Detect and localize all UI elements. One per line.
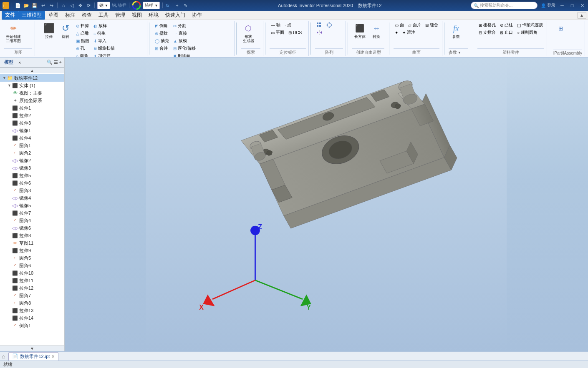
redo-icon[interactable]: ↪: [48, 2, 55, 9]
btn-box[interactable]: ⬛ 长方体: [352, 22, 367, 40]
btn-mirror-array[interactable]: [315, 29, 323, 36]
btn-fillet-create[interactable]: ○ 圆角: [75, 53, 91, 58]
app-logo-icon[interactable]: I: [3, 2, 9, 9]
btn-combine[interactable]: ⊞ 合并: [154, 45, 170, 52]
tree-item[interactable]: ⬛拉伸5: [0, 172, 64, 179]
btn-sculpt[interactable]: ✦: [394, 29, 399, 36]
edit-param-icon[interactable]: ✎: [182, 2, 189, 9]
btn-point[interactable]: · 点: [283, 22, 293, 28]
btn-coil-sweep[interactable]: ≋ 螺旋扫描: [92, 45, 116, 52]
tree-item[interactable]: ◜倒角1: [0, 322, 64, 329]
minimize-button[interactable]: ─: [559, 2, 565, 9]
btn-shell[interactable]: ◯ 抽壳: [154, 38, 170, 44]
params-dropdown-icon[interactable]: ▼: [458, 51, 461, 55]
btn-chamfer[interactable]: ◤ 倒角: [154, 23, 170, 29]
menu-annotation[interactable]: 标注: [62, 11, 78, 20]
tree-expand-icon[interactable]: ▼: [8, 83, 12, 88]
search-tree-btn[interactable]: 🔍: [47, 60, 53, 65]
btn-ipart[interactable]: ⊞: [553, 22, 568, 35]
home-icon[interactable]: ⌂: [60, 2, 67, 9]
tree-scroll-up[interactable]: ▲: [0, 68, 64, 73]
btn-snap-fit[interactable]: ◫ 卡扣式连接: [516, 22, 544, 28]
btn-import[interactable]: ⬇ 导入: [92, 38, 116, 44]
close-tab-btn[interactable]: ✕: [51, 354, 55, 359]
tree-item[interactable]: ✦原始坐际系: [0, 97, 64, 104]
file-tab[interactable]: 📄 数铣零件12.ipt ✕: [8, 352, 58, 360]
btn-grid-hole[interactable]: ⊞ 栅格孔: [477, 22, 497, 28]
collapse-btn[interactable]: ▲: [577, 12, 586, 19]
tree-item[interactable]: ⬛拉伸7: [0, 209, 64, 217]
btn-thicken[interactable]: ⊟ 厚化/偏移: [172, 45, 197, 52]
save-icon[interactable]: 💾: [31, 2, 38, 9]
btn-convert[interactable]: ↔ 转换: [369, 22, 384, 40]
tree-item[interactable]: ◁▷镜像2: [0, 157, 64, 164]
tree-item[interactable]: ◜圆角5: [0, 254, 64, 262]
select-icon[interactable]: ✥: [77, 2, 83, 9]
tree-item[interactable]: ◁▷镜像1: [0, 127, 64, 134]
login-button[interactable]: 👤 登录: [541, 3, 555, 8]
btn-rotate[interactable]: ↺ 旋转: [58, 22, 73, 40]
settings-tree-btn[interactable]: ☰: [54, 60, 58, 65]
btn-delete-face[interactable]: ✖ 删除面: [172, 53, 197, 58]
maximize-button[interactable]: □: [569, 2, 575, 9]
btn-lip[interactable]: ⊠ 止口: [499, 29, 514, 36]
tree-item[interactable]: ⬛拉伸4: [0, 134, 64, 142]
btn-boss[interactable]: ⊙ 凸柱: [499, 22, 514, 28]
close-model-tab[interactable]: ×: [17, 60, 23, 65]
btn-ucs[interactable]: ⊞ UCS: [287, 29, 303, 36]
tree-item[interactable]: ⬛拉伸12: [0, 284, 64, 292]
tree-item[interactable]: ▼📁数铣零件12: [0, 74, 64, 82]
tree-item[interactable]: ⬛拉伸14: [0, 314, 64, 322]
tree-item[interactable]: ⬛拉伸1: [0, 104, 64, 112]
tree-item[interactable]: ◜圆角2: [0, 149, 64, 157]
btn-rib[interactable]: ✦ 加强筋: [92, 53, 116, 58]
btn-plane[interactable]: ▭ 平面: [270, 29, 285, 36]
tree-item[interactable]: ⬛拉伸13: [0, 307, 64, 314]
menu-tools[interactable]: 工具: [95, 11, 112, 20]
menu-environment[interactable]: 环境: [145, 11, 162, 20]
tree-item[interactable]: ◁▷镜像3: [0, 164, 64, 172]
tree-item[interactable]: ⬛拉伸10: [0, 269, 64, 277]
btn-sweep[interactable]: ⊙ 扫掠: [75, 23, 91, 29]
menu-file[interactable]: 文件: [2, 11, 18, 20]
btn-rest[interactable]: ⊟ 支撑台: [477, 29, 497, 36]
btn-rule-fillet[interactable]: ○ 规则圆角: [516, 29, 539, 36]
color-selector[interactable]: 镜样 ▼: [143, 2, 160, 9]
menu-view[interactable]: 视图: [129, 11, 145, 20]
tree-item[interactable]: ◁▷镜像5: [0, 202, 64, 209]
tree-item[interactable]: ◜圆角8: [0, 299, 64, 307]
btn-rect-array[interactable]: [315, 22, 323, 28]
btn-params[interactable]: fx 参数: [449, 22, 464, 40]
btn-decal[interactable]: ▣ 贴图: [75, 38, 91, 44]
menu-inspect[interactable]: 检查: [78, 11, 95, 20]
tree-expand-icon[interactable]: ▼: [3, 76, 7, 80]
btn-draft[interactable]: ▲ 拔模: [172, 38, 197, 44]
add-tree-btn[interactable]: +: [59, 60, 62, 65]
model-tab[interactable]: 模型: [3, 59, 15, 66]
btn-direct[interactable]: → 直接: [172, 30, 197, 37]
btn-annotate[interactable]: ✦ 渲注: [401, 29, 416, 36]
btn-axis[interactable]: — 轴: [270, 22, 282, 28]
tree-item[interactable]: ◜圆角6: [0, 262, 64, 269]
tree-item[interactable]: ⬛拉伸9: [0, 247, 64, 254]
add-param-icon[interactable]: +: [174, 2, 180, 9]
btn-face[interactable]: ▭ 面: [394, 22, 405, 28]
btn-patch[interactable]: ▱ 面片: [407, 22, 422, 28]
tree-item[interactable]: ◁▷镜像6: [0, 224, 64, 232]
tree-item[interactable]: 👁视图：主要: [0, 89, 64, 97]
tree-item[interactable]: ◜圆角3: [0, 187, 64, 194]
tree-item[interactable]: ⬛拉伸2: [0, 112, 64, 119]
btn-stitch[interactable]: ⊞ 缝合: [424, 22, 439, 28]
tree-item[interactable]: ▼⬛实体 (1): [0, 82, 64, 89]
undo-icon[interactable]: ↩: [40, 2, 46, 9]
rotate-icon[interactable]: ⟳: [85, 2, 92, 9]
menu-3dmodel[interactable]: 三维模型: [18, 11, 45, 20]
btn-extrude[interactable]: ⬛ 拉伸: [41, 22, 56, 40]
home-tab-btn[interactable]: ⌂: [2, 353, 5, 360]
tree-item[interactable]: ⬛拉伸11: [0, 277, 64, 284]
tree-scroll-down[interactable]: ▼: [0, 345, 64, 351]
btn-split[interactable]: ✂ 分割: [172, 23, 197, 29]
btn-derive[interactable]: ≈ 衍生: [92, 30, 116, 37]
tree-item[interactable]: ◜圆角7: [0, 292, 64, 299]
tree-item[interactable]: ◁▷镜像4: [0, 194, 64, 202]
